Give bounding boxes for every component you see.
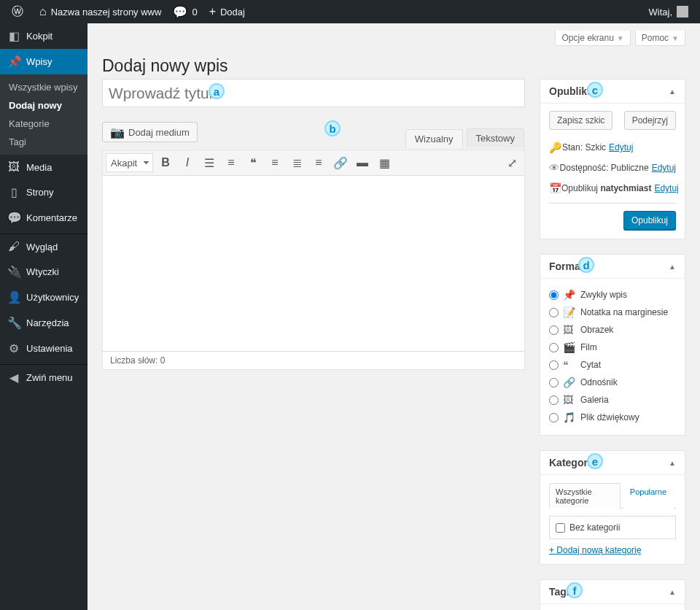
add-media-button[interactable]: 📷Dodaj medium bbox=[102, 122, 198, 142]
publish-title[interactable]: Opublikuj▲ bbox=[540, 80, 685, 104]
admin-bar: ⓦ ⌂Nazwa naszej strony www 💬0 +Dodaj Wit… bbox=[0, 0, 700, 23]
comments-count: 0 bbox=[192, 7, 197, 18]
plug-icon: 🔌 bbox=[7, 265, 20, 279]
key-icon: 🔑 bbox=[549, 142, 562, 153]
site-name-link[interactable]: ⌂Nazwa naszej strony www bbox=[34, 0, 167, 23]
chevron-up-icon: ▲ bbox=[669, 588, 676, 596]
pin-icon: 📌 bbox=[7, 55, 20, 69]
callout-d: d bbox=[578, 257, 594, 273]
category-list: Bez kategorii bbox=[549, 516, 676, 539]
add-new-link[interactable]: +Dodaj bbox=[203, 0, 251, 23]
menu-settings[interactable]: ⚙Ustawienia bbox=[0, 336, 88, 361]
menu-collapse[interactable]: ◀Zwiń menu bbox=[0, 365, 88, 390]
screen-options-button[interactable]: Opcje ekranu▼ bbox=[555, 31, 630, 46]
status-bar: Liczba słów: 0 bbox=[103, 351, 524, 369]
category-tab-popular[interactable]: Popularne bbox=[623, 483, 673, 509]
menu-dashboard[interactable]: ◧Kokpit bbox=[0, 23, 88, 49]
wrench-icon: 🔧 bbox=[7, 316, 20, 330]
image-icon: 🖼 bbox=[563, 324, 576, 336]
editor-tab-visual[interactable]: Wizualny bbox=[405, 129, 463, 148]
sliders-icon: ⚙ bbox=[7, 341, 20, 355]
eye-icon: 👁 bbox=[549, 162, 560, 174]
callout-a: a bbox=[209, 83, 225, 99]
collapse-icon: ◀ bbox=[7, 371, 20, 385]
italic-button[interactable]: I bbox=[177, 152, 198, 173]
edit-status-link[interactable]: Edytuj bbox=[609, 142, 633, 152]
menu-posts[interactable]: 📌Wpisy bbox=[0, 49, 88, 74]
format-radio-quote[interactable] bbox=[549, 360, 559, 370]
wp-logo[interactable]: ⓦ bbox=[6, 0, 34, 23]
pin-icon: 📌 bbox=[563, 289, 576, 301]
user-icon: 👤 bbox=[7, 290, 20, 304]
menu-media[interactable]: 🖼Media bbox=[0, 155, 88, 179]
menu-comments[interactable]: 💬Komentarze bbox=[0, 205, 88, 231]
chevron-up-icon: ▲ bbox=[669, 88, 676, 96]
add-category-link[interactable]: + Dodaj nową kategorię bbox=[549, 545, 641, 555]
brush-icon: 🖌 bbox=[7, 240, 20, 253]
comments-link[interactable]: 💬0 bbox=[167, 0, 203, 23]
calendar-icon: 📅 bbox=[549, 182, 561, 194]
admin-sidebar: ◧Kokpit 📌Wpisy Wszystkie wpisy Dodaj now… bbox=[0, 23, 88, 610]
format-radio-gallery[interactable] bbox=[549, 395, 559, 405]
chevron-down-icon: ▼ bbox=[672, 34, 679, 42]
tags-box: Tagi▲ f Dodaj Oddziel kolejne tagi przec… bbox=[540, 579, 685, 610]
category-tab-all[interactable]: Wszystkie kategorie bbox=[549, 483, 621, 509]
edit-schedule-link[interactable]: Edytuj bbox=[654, 183, 678, 193]
edit-visibility-link[interactable]: Edytuj bbox=[652, 163, 676, 173]
submenu-tags[interactable]: Tagi bbox=[0, 133, 88, 151]
format-radio-image[interactable] bbox=[549, 325, 559, 335]
menu-tools[interactable]: 🔧Narzędzia bbox=[0, 310, 88, 336]
align-right-button[interactable]: ≡ bbox=[308, 152, 329, 173]
format-select[interactable]: Akapit bbox=[106, 153, 153, 172]
tags-title[interactable]: Tagi▲ bbox=[540, 580, 685, 604]
camera-icon: 📷 bbox=[110, 126, 125, 139]
preview-button[interactable]: Podejrzyj bbox=[624, 111, 676, 130]
menu-plugins[interactable]: 🔌Wtyczki bbox=[0, 259, 88, 285]
publish-button[interactable]: Opublikuj bbox=[623, 211, 676, 230]
toolbar-toggle-button[interactable]: ▦ bbox=[374, 152, 394, 173]
chevron-down-icon: ▼ bbox=[617, 34, 624, 42]
category-item[interactable]: Bez kategorii bbox=[556, 522, 669, 533]
more-button[interactable]: ▬ bbox=[352, 152, 373, 173]
editor: Wizualny Tekstowy Akapit B I ☰ ≡ ❝ ≡ ≣ ≡… bbox=[102, 150, 525, 370]
bold-button[interactable]: B bbox=[155, 152, 176, 173]
fullscreen-button[interactable]: ⤢ bbox=[502, 152, 522, 173]
align-center-button[interactable]: ≣ bbox=[287, 152, 307, 173]
format-radio-aside[interactable] bbox=[549, 308, 559, 317]
post-title-input[interactable] bbox=[102, 79, 525, 107]
link-icon: 🔗 bbox=[563, 377, 576, 388]
greeting-link[interactable]: Witaj, bbox=[643, 0, 695, 23]
save-draft-button[interactable]: Zapisz szkic bbox=[549, 111, 612, 130]
submenu-all-posts[interactable]: Wszystkie wpisy bbox=[0, 78, 88, 96]
menu-users[interactable]: 👤Użytkownicy bbox=[0, 285, 88, 310]
callout-c: c bbox=[587, 82, 603, 98]
note-icon: 📝 bbox=[563, 306, 576, 318]
help-button[interactable]: Pomoc▼ bbox=[635, 31, 685, 46]
editor-tab-text[interactable]: Tekstowy bbox=[467, 128, 524, 147]
categories-title[interactable]: Kategorie▲ bbox=[540, 451, 685, 475]
format-box: Format▲ d 📌Zwykły wpis 📝Notatka na margi… bbox=[540, 254, 685, 436]
wordpress-icon: ⓦ bbox=[12, 4, 23, 20]
editor-body[interactable] bbox=[103, 176, 524, 351]
callout-f: f bbox=[567, 582, 583, 598]
bullet-list-button[interactable]: ☰ bbox=[199, 152, 219, 173]
format-title[interactable]: Format▲ bbox=[540, 255, 685, 279]
category-checkbox[interactable] bbox=[556, 523, 565, 533]
format-radio-video[interactable] bbox=[549, 343, 559, 352]
menu-pages[interactable]: ▯Strony bbox=[0, 179, 88, 205]
format-radio-link[interactable] bbox=[549, 378, 559, 387]
quote-button[interactable]: ❝ bbox=[243, 152, 263, 173]
submenu-add-new[interactable]: Dodaj nowy bbox=[0, 96, 88, 115]
align-left-button[interactable]: ≡ bbox=[265, 152, 285, 173]
home-icon: ⌂ bbox=[39, 5, 47, 18]
media-icon: 🖼 bbox=[7, 161, 20, 174]
add-new-label: Dodaj bbox=[220, 7, 245, 18]
format-radio-standard[interactable] bbox=[549, 290, 559, 300]
schedule-row: 📅Opublikuj natychmiastEdytuj bbox=[549, 178, 676, 198]
link-button[interactable]: 🔗 bbox=[330, 152, 351, 173]
submenu-categories[interactable]: Kategorie bbox=[0, 115, 88, 133]
menu-appearance[interactable]: 🖌Wygląd bbox=[0, 234, 88, 259]
format-radio-audio[interactable] bbox=[549, 413, 559, 422]
callout-b: b bbox=[324, 120, 341, 136]
number-list-button[interactable]: ≡ bbox=[221, 152, 241, 173]
